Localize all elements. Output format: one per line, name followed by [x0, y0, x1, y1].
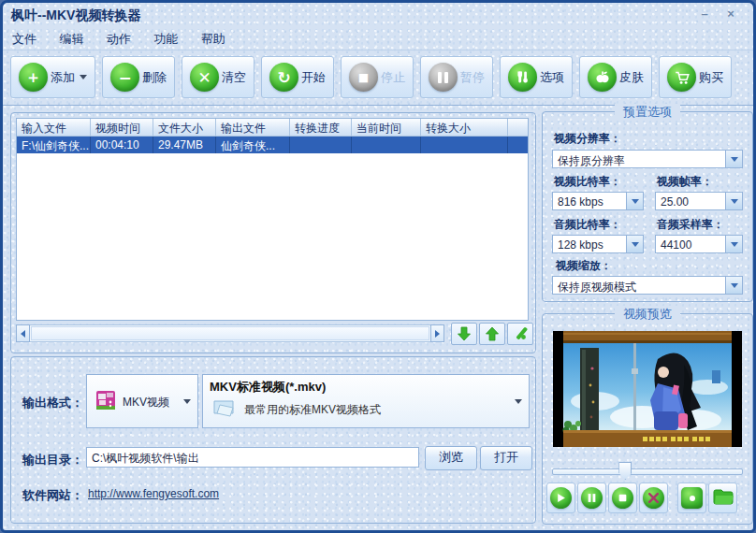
pause-icon: [581, 487, 603, 509]
video-bitrate-label: 视频比特率：: [554, 174, 621, 190]
video-still-image: [553, 331, 742, 447]
pause-button: 暂停: [420, 56, 493, 98]
column-header[interactable]: 文件大小: [153, 119, 216, 136]
add-dropdown-caret-icon[interactable]: [80, 75, 87, 79]
app-window: 枫叶--MKV视频转换器 – × 文件 编辑 动作 功能 帮助 ＋ 添加 − 删…: [0, 0, 756, 533]
start-convert-icon: ↻: [269, 63, 298, 92]
format-profile-desc: 最常用的标准MKV视频格式: [244, 402, 381, 418]
seek-thumb[interactable]: [618, 462, 632, 480]
conversion-table[interactable]: 输入文件视频时间文件大小输出文件转换进度当前时间转换大小 F:\仙剑奇侠...0…: [16, 118, 529, 321]
browse-button[interactable]: 浏览: [425, 446, 477, 470]
table-row[interactable]: F:\仙剑奇侠...00:04:1029.47MB仙剑奇侠...: [17, 137, 528, 153]
scrollbar-track[interactable]: [30, 324, 430, 342]
framerate-select[interactable]: 25.00: [655, 192, 743, 210]
table-body: F:\仙剑奇侠...00:04:1029.47MB仙剑奇侠...: [17, 137, 528, 153]
close-button[interactable]: ×: [721, 7, 740, 23]
resolution-label: 视频分辨率：: [554, 131, 621, 147]
chevron-down-icon: [632, 242, 639, 247]
table-header: 输入文件视频时间文件大小输出文件转换进度当前时间转换大小: [17, 119, 528, 137]
column-header[interactable]: 输出文件: [216, 119, 290, 136]
menu-edit[interactable]: 编辑: [50, 28, 93, 48]
scrollbar-thumb[interactable]: [31, 326, 429, 340]
column-header[interactable]: 当前时间: [352, 119, 421, 136]
window-title: 枫叶--MKV视频转换器: [11, 7, 140, 24]
menu-file[interactable]: 文件: [3, 28, 46, 48]
snapshot-icon: [681, 487, 703, 509]
format-profile-name: MKV标准视频(*.mkv): [210, 379, 326, 396]
framerate-label: 视频帧率：: [657, 174, 713, 190]
up-arrow-icon: [485, 326, 500, 341]
preview-stop-button[interactable]: [608, 483, 637, 513]
sample-rate-select[interactable]: 44100: [655, 235, 743, 253]
start-button[interactable]: ↻ 开始: [261, 56, 334, 98]
menu-help[interactable]: 帮助: [192, 28, 235, 48]
website-label: 软件网站：: [22, 487, 83, 504]
column-header[interactable]: 转换大小: [421, 119, 508, 136]
video-bitrate-select[interactable]: 816 kbps: [552, 192, 644, 210]
column-header[interactable]: 转换进度: [290, 119, 352, 136]
format-category-select[interactable]: MKV视频: [86, 374, 198, 428]
chevron-down-icon: [731, 199, 738, 204]
minimize-button[interactable]: –: [695, 7, 714, 23]
column-header[interactable]: 视频时间: [91, 119, 153, 136]
clear-cross-icon: ✕: [190, 63, 219, 92]
format-category-icon: [94, 389, 117, 415]
resolution-select[interactable]: 保持原分辨率: [552, 150, 743, 168]
preview-pause-button[interactable]: [577, 483, 606, 513]
skin-button[interactable]: 皮肤: [579, 56, 652, 98]
preview-folder-button[interactable]: [708, 483, 737, 513]
toolbar: ＋ 添加 − 删除 ✕ 清空 ↻ 开始 ■ 停止 暂停: [3, 51, 753, 106]
clear-button[interactable]: ✕ 清空: [182, 56, 254, 98]
stop-icon: [612, 487, 633, 509]
table-cell: 29.47MB: [153, 137, 216, 153]
options-gear-icon: [508, 63, 537, 92]
play-icon: [550, 487, 572, 509]
stop-icon: ■: [349, 63, 378, 92]
chevron-down-icon: [632, 199, 639, 204]
format-profile-icon: [212, 399, 235, 422]
seek-track[interactable]: [552, 468, 743, 475]
preview-play-button[interactable]: [546, 483, 575, 513]
add-button[interactable]: ＋ 添加: [10, 56, 95, 98]
presets-panel-title: 预置选项: [615, 104, 680, 121]
options-button[interactable]: 选项: [500, 56, 573, 98]
audio-bitrate-select[interactable]: 128 kbps: [552, 235, 644, 253]
move-down-button[interactable]: [451, 323, 477, 345]
table-hscrollbar[interactable]: [16, 324, 444, 342]
chevron-down-icon: [515, 399, 522, 404]
format-profile-select[interactable]: MKV标准视频(*.mkv) 最常用的标准MKV视频格式: [202, 374, 530, 428]
title-bar[interactable]: 枫叶--MKV视频转换器 – ×: [3, 3, 753, 27]
down-arrow-icon: [457, 326, 472, 341]
scroll-left-icon: [21, 330, 25, 338]
move-up-button[interactable]: [479, 323, 505, 345]
scroll-right-button[interactable]: [430, 324, 444, 342]
output-dir-label: 输出目录：: [22, 452, 83, 468]
buy-button[interactable]: 购买: [659, 56, 732, 98]
edit-item-button[interactable]: [507, 323, 533, 345]
menu-function[interactable]: 功能: [144, 28, 187, 48]
add-plus-icon: ＋: [19, 63, 48, 92]
preview-snapshot-button[interactable]: [677, 483, 706, 513]
column-header[interactable]: 输入文件: [17, 119, 91, 136]
preview-close-button[interactable]: [639, 483, 668, 513]
output-format-label: 输出格式：: [22, 395, 83, 411]
website-link[interactable]: http://www.fengyesoft.com: [88, 487, 219, 500]
stop-button: ■ 停止: [341, 56, 414, 98]
close-x-icon: [643, 487, 664, 509]
scroll-left-button[interactable]: [16, 324, 30, 342]
menu-bar: 文件 编辑 动作 功能 帮助: [3, 28, 753, 50]
open-button[interactable]: 打开: [480, 446, 532, 470]
video-scale-select[interactable]: 保持原视频模式: [552, 276, 743, 295]
seek-slider[interactable]: [552, 462, 743, 479]
file-list-panel: 输入文件视频时间文件大小输出文件转换进度当前时间转换大小 F:\仙剑奇侠...0…: [10, 112, 536, 353]
skin-apple-icon: [588, 63, 617, 92]
remove-minus-icon: −: [110, 63, 139, 92]
buy-cart-icon: [667, 63, 696, 92]
output-dir-input[interactable]: C:\枫叶视频软件\输出: [86, 447, 419, 468]
menu-action[interactable]: 动作: [97, 28, 140, 48]
delete-button[interactable]: − 删除: [102, 56, 175, 98]
presets-panel: 预置选项 视频分辨率： 保持原分辨率 视频比特率： 视频帧率： 816 kbps…: [542, 111, 753, 302]
chevron-down-icon: [183, 399, 191, 404]
table-cell: 00:04:10: [91, 137, 153, 153]
video-scale-label: 视频缩放：: [556, 258, 612, 274]
